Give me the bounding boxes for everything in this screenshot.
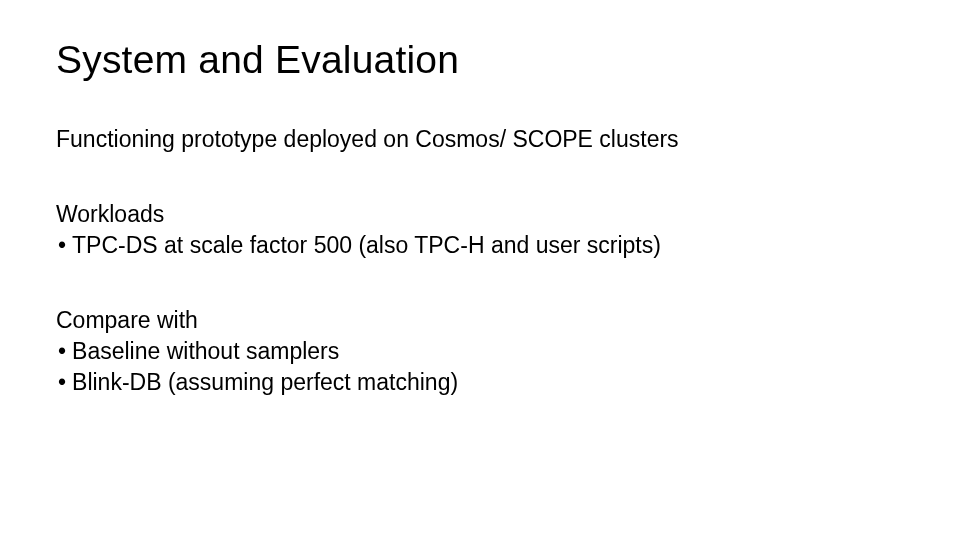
compare-item-1: Baseline without samplers xyxy=(72,336,339,367)
bullet-icon: • xyxy=(58,230,66,261)
intro-text: Functioning prototype deployed on Cosmos… xyxy=(56,124,904,155)
compare-heading: Compare with xyxy=(56,305,904,336)
workloads-bullet: • TPC-DS at scale factor 500 (also TPC-H… xyxy=(56,230,904,261)
slide-title: System and Evaluation xyxy=(56,38,904,82)
intro-block: Functioning prototype deployed on Cosmos… xyxy=(56,124,904,155)
workloads-block: Workloads • TPC-DS at scale factor 500 (… xyxy=(56,199,904,261)
bullet-icon: • xyxy=(58,367,66,398)
workloads-item-1: TPC-DS at scale factor 500 (also TPC-H a… xyxy=(72,230,661,261)
workloads-heading: Workloads xyxy=(56,199,904,230)
compare-bullet-2: • Blink-DB (assuming perfect matching) xyxy=(56,367,904,398)
slide-container: System and Evaluation Functioning protot… xyxy=(0,0,960,540)
compare-block: Compare with • Baseline without samplers… xyxy=(56,305,904,398)
compare-bullet-1: • Baseline without samplers xyxy=(56,336,904,367)
compare-item-2: Blink-DB (assuming perfect matching) xyxy=(72,367,458,398)
bullet-icon: • xyxy=(58,336,66,367)
